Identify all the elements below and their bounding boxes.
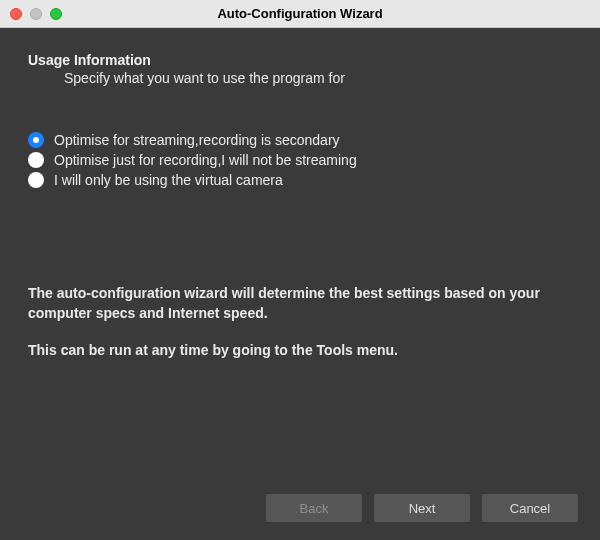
radio-label: Optimise just for recording,I will not b… (54, 152, 357, 168)
radio-option-virtual-camera[interactable]: I will only be using the virtual camera (28, 172, 572, 188)
usage-radio-group: Optimise for streaming,recording is seco… (28, 132, 572, 188)
wizard-info: The auto-configuration wizard will deter… (28, 284, 572, 361)
wizard-content: Usage Information Specify what you want … (0, 28, 600, 540)
radio-icon (28, 172, 44, 188)
window-close-icon[interactable] (10, 8, 22, 20)
radio-option-streaming[interactable]: Optimise for streaming,recording is seco… (28, 132, 572, 148)
window-minimize-icon (30, 8, 42, 20)
radio-icon (28, 132, 44, 148)
back-button[interactable]: Back (266, 494, 362, 522)
info-paragraph: The auto-configuration wizard will deter… (28, 284, 572, 323)
radio-label: I will only be using the virtual camera (54, 172, 283, 188)
window-maximize-icon[interactable] (50, 8, 62, 20)
window-title: Auto-Configuration Wizard (0, 6, 600, 21)
section-heading: Usage Information (28, 52, 572, 68)
next-button[interactable]: Next (374, 494, 470, 522)
radio-option-recording[interactable]: Optimise just for recording,I will not b… (28, 152, 572, 168)
cancel-button[interactable]: Cancel (482, 494, 578, 522)
info-paragraph: This can be run at any time by going to … (28, 341, 572, 361)
titlebar: Auto-Configuration Wizard (0, 0, 600, 28)
radio-label: Optimise for streaming,recording is seco… (54, 132, 340, 148)
section-subtitle: Specify what you want to use the program… (28, 70, 572, 86)
radio-icon (28, 152, 44, 168)
window-controls (0, 8, 62, 20)
wizard-button-bar: Back Next Cancel (266, 494, 578, 522)
